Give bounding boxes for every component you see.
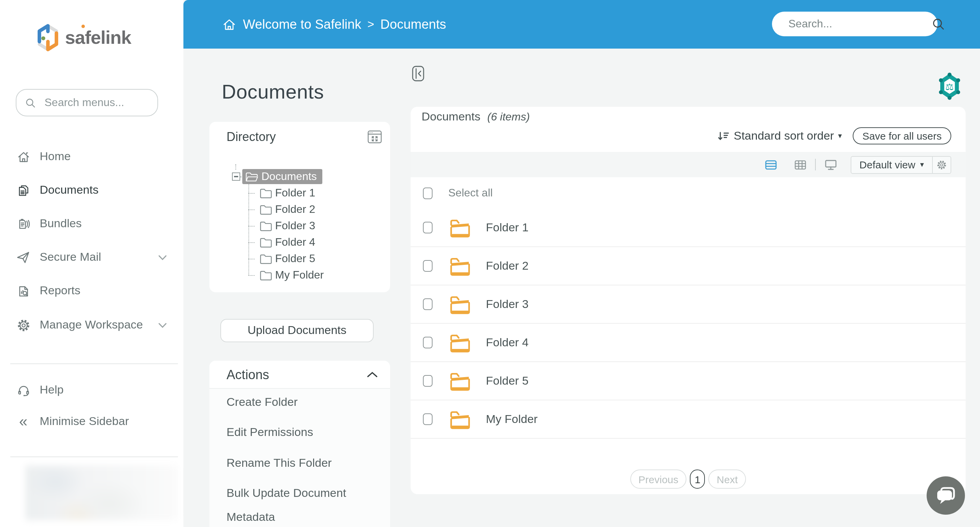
row-checkbox[interactable] xyxy=(423,222,433,233)
search-icon[interactable] xyxy=(931,17,946,31)
list-header: Documents (6 items) xyxy=(422,110,530,124)
tree-collapse-toggle[interactable] xyxy=(232,172,240,181)
sidebar-item-label: Reports xyxy=(40,284,80,298)
sidebar-search[interactable] xyxy=(16,89,158,116)
row-checkbox[interactable] xyxy=(423,260,433,272)
select-all-label: Select all xyxy=(448,187,493,199)
sidebar-item-home[interactable]: Home xyxy=(0,143,183,170)
tree-node-folder-2[interactable]: Folder 2 xyxy=(248,201,385,218)
wordmark-i-dot xyxy=(81,24,84,28)
sidebar-item-label: Home xyxy=(40,150,71,164)
sidebar: safelink Home xyxy=(0,0,183,527)
blurred-branding-image xyxy=(25,465,178,520)
tree-node-label: My Folder xyxy=(275,269,324,281)
sidebar-item-help[interactable]: Help xyxy=(0,376,183,404)
breadcrumb: Welcome to Safelink > Documents xyxy=(222,0,446,49)
folder-name: Folder 2 xyxy=(486,259,529,273)
row-checkbox[interactable] xyxy=(423,298,433,310)
scales-icon: ⚖ xyxy=(945,81,954,92)
view-settings-button[interactable] xyxy=(933,156,951,174)
folder-icon xyxy=(448,331,473,353)
sidebar-item-label: Bundles xyxy=(40,217,82,231)
bundles-icon xyxy=(16,217,31,231)
folder-row[interactable]: Folder 2 xyxy=(410,247,966,285)
grid-view-icon[interactable] xyxy=(795,160,806,169)
row-checkbox[interactable] xyxy=(423,413,433,425)
row-checkbox[interactable] xyxy=(423,375,433,387)
folder-row[interactable]: My Folder xyxy=(410,400,966,439)
home-icon[interactable] xyxy=(222,17,237,32)
chevron-up-icon[interactable] xyxy=(367,372,378,378)
pagination: Previous 1 Next xyxy=(410,470,966,489)
folder-row[interactable]: Folder 4 xyxy=(410,324,966,362)
current-page-button[interactable]: 1 xyxy=(690,470,705,489)
open-folder-icon xyxy=(245,171,259,182)
page-title: Documents xyxy=(222,81,324,103)
sidebar-item-manage-workspace[interactable]: Manage Workspace xyxy=(0,311,183,339)
row-checkbox[interactable] xyxy=(423,337,433,349)
expand-directory-icon[interactable] xyxy=(368,130,382,144)
actions-panel-header[interactable]: Actions xyxy=(209,361,390,389)
folder-name: Folder 1 xyxy=(486,221,529,234)
actions-panel-title: Actions xyxy=(226,368,269,382)
tree-node-folder-5[interactable]: Folder 5 xyxy=(248,250,385,267)
action-create-folder[interactable]: Create Folder xyxy=(226,396,298,409)
tree-node-folder-3[interactable]: Folder 3 xyxy=(248,218,385,234)
sidebar-search-input[interactable] xyxy=(43,96,188,110)
tree-node-label: Documents xyxy=(261,170,317,183)
sidebar-item-secure-mail[interactable]: Secure Mail xyxy=(0,244,183,271)
tree-node-folder-1[interactable]: Folder 1 xyxy=(248,185,385,201)
sidebar-item-minimise[interactable]: « Minimise Sidebar xyxy=(0,408,183,435)
tree-node-documents-selected[interactable]: Documents xyxy=(242,169,322,184)
directory-panel-title: Directory xyxy=(226,130,276,145)
tree-node-label: Folder 2 xyxy=(275,203,315,216)
action-edit-permissions[interactable]: Edit Permissions xyxy=(226,426,313,439)
tree-node-label: Folder 3 xyxy=(275,220,315,232)
workspace-badge[interactable]: ⚖ xyxy=(939,73,960,100)
actions-panel: Actions Create Folder Edit Permissions R… xyxy=(209,361,390,527)
sidebar-item-reports[interactable]: Reports xyxy=(0,277,183,304)
tree-node-folder-4[interactable]: Folder 4 xyxy=(248,234,385,250)
action-rename-this-folder[interactable]: Rename This Folder xyxy=(226,457,332,470)
select-all-checkbox[interactable] xyxy=(423,187,433,199)
report-icon xyxy=(16,284,31,298)
breadcrumb-current[interactable]: Documents xyxy=(380,17,446,32)
home-icon xyxy=(16,150,31,164)
sort-order-dropdown[interactable]: Standard sort order xyxy=(733,129,834,143)
safelink-logo[interactable]: safelink xyxy=(36,22,131,53)
global-search[interactable] xyxy=(772,12,937,36)
caret-down-icon: ▾ xyxy=(920,160,924,169)
action-bulk-update-document-metadata[interactable]: Bulk Update Document Metadata xyxy=(226,481,370,527)
sidebar-item-label: Help xyxy=(40,383,64,397)
folder-row[interactable]: Folder 5 xyxy=(410,362,966,400)
chevron-down-icon xyxy=(158,254,167,260)
global-search-input[interactable] xyxy=(787,17,931,31)
save-for-all-users-button[interactable]: Save for all users xyxy=(853,127,951,145)
next-page-button[interactable]: Next xyxy=(709,470,746,489)
presentation-view-icon[interactable] xyxy=(825,159,837,170)
folder-row[interactable]: Folder 1 xyxy=(410,209,966,247)
select-all-row: Select all xyxy=(410,177,966,209)
previous-page-button[interactable]: Previous xyxy=(630,470,687,489)
list-view-icon[interactable] xyxy=(765,160,777,169)
chat-launcher-button[interactable] xyxy=(927,476,965,515)
tree-node-label: Folder 1 xyxy=(275,187,315,199)
sidebar-item-bundles[interactable]: Bundles xyxy=(0,210,183,237)
breadcrumb-link-home[interactable]: Welcome to Safelink xyxy=(243,17,361,32)
view-toolbar: Default view ▾ xyxy=(410,152,966,177)
chevron-down-icon xyxy=(158,322,167,328)
search-icon xyxy=(25,97,36,108)
paper-plane-icon xyxy=(16,250,31,265)
upload-documents-button[interactable]: Upload Documents xyxy=(220,319,374,342)
safelink-wordmark: safelink xyxy=(65,27,131,48)
double-chevron-left-icon: « xyxy=(16,416,31,428)
folder-row[interactable]: Folder 3 xyxy=(410,285,966,324)
tree-node-label: Folder 5 xyxy=(275,253,315,265)
collapse-panel-icon[interactable] xyxy=(412,66,424,81)
default-view-dropdown[interactable]: Default view ▾ xyxy=(851,156,933,174)
sidebar-item-documents[interactable]: Documents xyxy=(0,177,183,204)
list-title: Documents xyxy=(422,110,480,124)
tree-node-my-folder[interactable]: My Folder xyxy=(248,267,385,283)
folder-name: Folder 5 xyxy=(486,374,529,388)
safelink-logo-icon xyxy=(36,22,60,53)
